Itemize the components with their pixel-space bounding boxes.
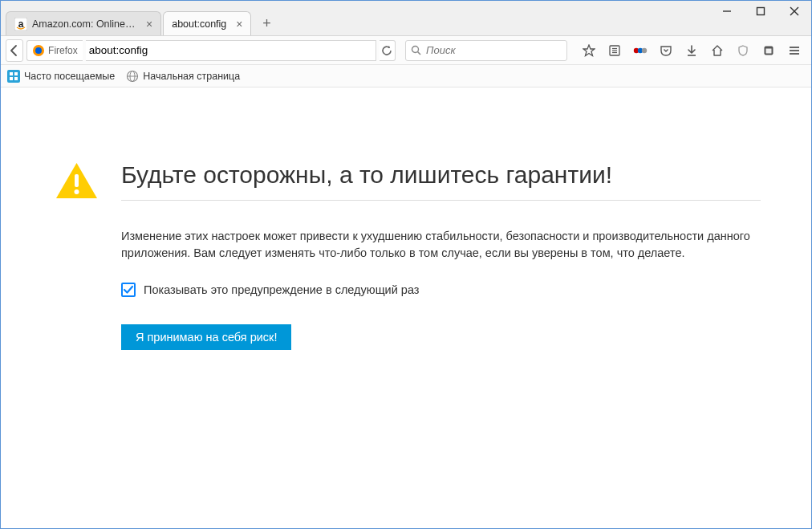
tab-label: Amazon.com: Online Sho...	[32, 18, 136, 30]
back-button[interactable]	[6, 39, 23, 62]
window-controls	[710, 1, 811, 22]
title-bar: a Amazon.com: Online Sho... × about:conf…	[1, 1, 811, 36]
warning-description: Изменение этих настроек может привести к…	[121, 228, 761, 262]
firefox-icon	[32, 44, 45, 57]
svg-rect-26	[10, 77, 13, 80]
identity-label: Firefox	[48, 45, 78, 56]
home-button[interactable]	[705, 39, 729, 62]
bookmark-most-visited[interactable]: Часто посещаемые	[7, 70, 115, 83]
svg-point-8	[412, 47, 419, 53]
bookmark-label: Часто посещаемые	[24, 71, 115, 82]
tab-strip: a Amazon.com: Online Sho... × about:conf…	[1, 1, 277, 35]
svg-line-4	[790, 7, 798, 15]
checkbox-label: Показывать это предупреждение в следующи…	[144, 283, 419, 296]
svg-rect-31	[75, 174, 79, 187]
nav-toolbar: Firefox	[1, 36, 811, 65]
menu-button[interactable]	[782, 39, 806, 62]
svg-rect-19	[766, 48, 772, 53]
minimize-button[interactable]	[710, 1, 744, 22]
search-input[interactable]	[426, 44, 562, 56]
warning-icon	[55, 161, 99, 350]
svg-rect-27	[14, 77, 18, 80]
svg-rect-24	[10, 72, 13, 75]
new-tab-button[interactable]: +	[256, 13, 277, 34]
show-warning-checkbox[interactable]	[121, 283, 136, 297]
bookmark-star-button[interactable]	[577, 39, 601, 62]
tab-label: about:config	[172, 18, 226, 30]
shield-button[interactable]	[731, 39, 755, 62]
svg-rect-3	[757, 8, 765, 15]
tab-about-config[interactable]: about:config ×	[163, 11, 251, 35]
downloads-button[interactable]	[680, 39, 704, 62]
reload-button[interactable]	[380, 40, 396, 61]
bookmark-home-page[interactable]: Начальная страница	[126, 70, 240, 83]
svg-line-5	[790, 7, 798, 15]
maximize-button[interactable]	[744, 1, 777, 22]
close-icon[interactable]: ×	[146, 18, 152, 31]
search-icon	[411, 45, 421, 55]
svg-point-32	[75, 189, 79, 194]
toolbar-icons	[577, 39, 806, 62]
bookmarks-bar: Часто посещаемые Начальная страница	[1, 65, 811, 87]
new-window-button[interactable]	[757, 39, 781, 62]
amazon-favicon: a	[14, 18, 27, 31]
most-visited-icon	[7, 70, 20, 83]
svg-rect-23	[7, 70, 20, 83]
close-button[interactable]	[777, 1, 811, 22]
tab-amazon[interactable]: a Amazon.com: Online Sho... ×	[6, 11, 161, 35]
svg-rect-25	[14, 72, 18, 75]
close-icon[interactable]: ×	[236, 18, 242, 31]
search-bar[interactable]	[405, 40, 567, 61]
url-bar[interactable]	[86, 40, 376, 61]
warning-heading: Будьте осторожны, а то лишитесь гарантии…	[121, 161, 761, 201]
svg-point-16	[642, 47, 647, 52]
reader-list-button[interactable]	[603, 39, 627, 62]
extension-button[interactable]	[628, 39, 652, 62]
identity-box[interactable]: Firefox	[26, 40, 83, 61]
globe-icon	[126, 70, 139, 83]
url-input[interactable]	[89, 44, 372, 56]
page-content: Будьте осторожны, а то лишитесь гарантии…	[1, 87, 811, 528]
accept-risk-button[interactable]: Я принимаю на себя риск!	[121, 324, 291, 350]
svg-line-9	[418, 52, 421, 55]
svg-point-7	[35, 47, 42, 54]
bookmark-label: Начальная страница	[143, 71, 240, 82]
pocket-button[interactable]	[654, 39, 678, 62]
